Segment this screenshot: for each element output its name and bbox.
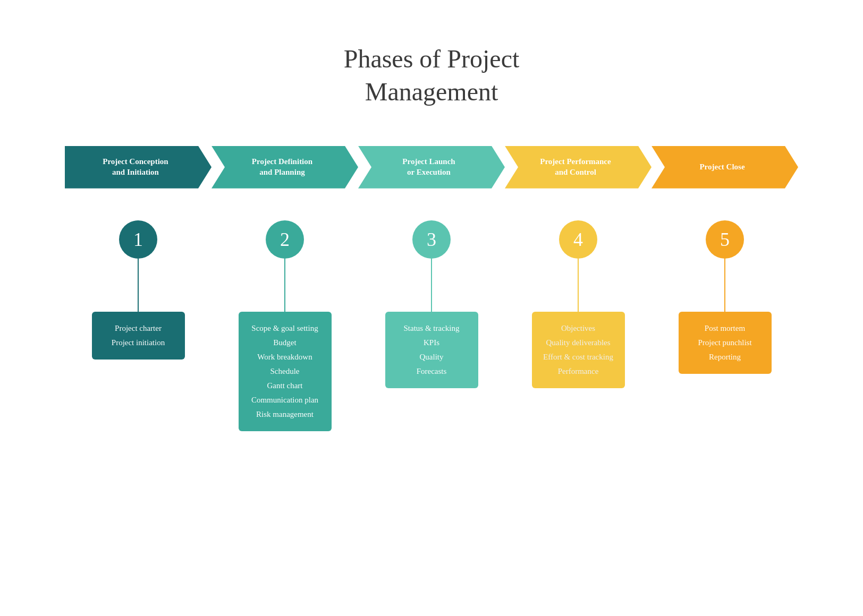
arrow-3: Project Launchor Execution bbox=[358, 146, 505, 189]
arrow-2: Project Definitionand Planning bbox=[211, 146, 358, 189]
page-title: Phases of ProjectManagement bbox=[344, 42, 520, 109]
phase-box-4: ObjectivesQuality deliverablesEffort & c… bbox=[532, 312, 625, 388]
phase-box-5: Post mortemProject punchlistReporting bbox=[679, 312, 772, 374]
phase-line-3 bbox=[431, 259, 432, 312]
phase-box-2: Scope & goal settingBudgetWork breakdown… bbox=[239, 312, 332, 431]
arrow-1-label: Project Conceptionand Initiation bbox=[103, 157, 168, 177]
arrow-5-label: Project Close bbox=[699, 162, 744, 173]
phase-col-5: 5Post mortemProject punchlistReporting bbox=[652, 220, 798, 374]
phase-col-3: 3Status & trackingKPIsQualityForecasts bbox=[358, 220, 505, 388]
phase-col-1: 1Project charterProject initiation bbox=[65, 220, 211, 360]
arrow-4-label: Project Performanceand Control bbox=[540, 157, 611, 177]
phase-box-1: Project charterProject initiation bbox=[92, 312, 185, 360]
phase-line-2 bbox=[284, 259, 285, 312]
arrow-2-label: Project Definitionand Planning bbox=[252, 157, 312, 177]
phase-circle-4: 4 bbox=[559, 220, 597, 259]
phase-line-5 bbox=[724, 259, 725, 312]
arrow-5: Project Close bbox=[652, 146, 798, 189]
phase-circle-2: 2 bbox=[266, 220, 304, 259]
arrow-3-label: Project Launchor Execution bbox=[402, 157, 455, 177]
phase-box-3: Status & trackingKPIsQualityForecasts bbox=[385, 312, 478, 388]
phase-col-2: 2Scope & goal settingBudgetWork breakdow… bbox=[211, 220, 358, 431]
phase-circle-1: 1 bbox=[119, 220, 157, 259]
phase-line-1 bbox=[138, 259, 139, 312]
phase-col-4: 4ObjectivesQuality deliverablesEffort & … bbox=[505, 220, 652, 388]
arrow-4: Project Performanceand Control bbox=[505, 146, 652, 189]
arrow-1: Project Conceptionand Initiation bbox=[65, 146, 211, 189]
phase-circle-3: 3 bbox=[412, 220, 451, 259]
arrow-banner: Project Conceptionand InitiationProject … bbox=[65, 146, 798, 189]
phase-line-4 bbox=[578, 259, 579, 312]
phase-circle-5: 5 bbox=[706, 220, 744, 259]
timeline: 1Project charterProject initiation2Scope… bbox=[65, 220, 798, 431]
